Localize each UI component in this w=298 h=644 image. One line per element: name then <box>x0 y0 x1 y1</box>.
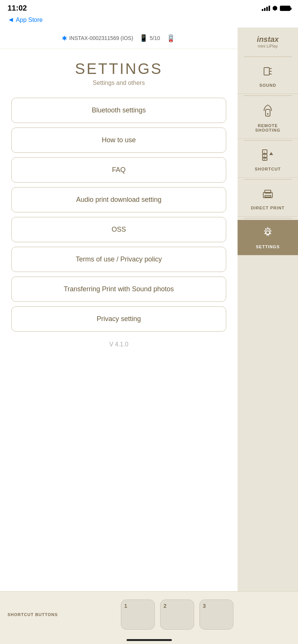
status-bar: 11:02 ⬢ <box>0 0 298 14</box>
svg-text:2: 2 <box>264 155 265 157</box>
back-label: App Store <box>16 17 43 23</box>
home-indicator <box>127 639 172 641</box>
direct-print-icon <box>261 187 275 203</box>
bottom-bar: SHORTCUT BUTTONS 1 2 3 <box>0 591 298 644</box>
menu-item-oss[interactable]: OSS <box>11 217 226 242</box>
menu-item-terms-privacy[interactable]: Terms of use / Privacy policy <box>11 247 226 272</box>
sidebar-divider-top <box>244 57 292 57</box>
status-time: 11:02 <box>8 4 27 12</box>
shortcut-button-2[interactable]: 2 <box>160 599 194 630</box>
svg-point-5 <box>267 113 269 115</box>
settings-icon <box>261 226 275 242</box>
sidebar-divider-2 <box>244 140 292 141</box>
svg-text:1: 1 <box>264 151 265 154</box>
shortcut-num-2: 2 <box>164 603 167 609</box>
shortcut-icon: 1 2 3 <box>261 148 275 164</box>
battery-level-icon: 🪫 <box>166 34 176 43</box>
film-icon: 📱 <box>139 34 148 42</box>
content-area: ✱ INSTAX-0002311569 (IOS) 📱 5/10 🪫 SETTI… <box>0 28 238 638</box>
shortcut-buttons-container: 1 2 3 <box>64 599 290 630</box>
svg-rect-0 <box>264 68 269 75</box>
film-count-value: 5/10 <box>150 35 160 41</box>
sidebar-item-sound[interactable]: SOUND <box>238 58 298 94</box>
svg-marker-12 <box>269 152 273 155</box>
sidebar-item-shortcut[interactable]: 1 2 3 SHORTCUT <box>238 142 298 178</box>
brand-instax: instax <box>257 35 279 44</box>
sidebar-label-remote: REMOTE SHOOTING <box>255 123 281 132</box>
back-chevron-icon: ◄ <box>8 16 14 24</box>
shortcut-buttons-label: SHORTCUT BUTTONS <box>8 612 58 617</box>
main-layout: ✱ INSTAX-0002311569 (IOS) 📱 5/10 🪫 SETTI… <box>0 28 298 638</box>
status-icons: ⬢ <box>262 5 290 12</box>
version-text: V 4.1.0 <box>0 335 238 354</box>
menu-item-transfer-sound[interactable]: Transferring Print with Sound photos <box>11 277 226 302</box>
sidebar-divider-4 <box>244 218 292 218</box>
sidebar-label-direct-print: DIRECT PRINT <box>251 206 285 210</box>
sound-icon <box>261 65 275 81</box>
sidebar-divider-1 <box>244 95 292 96</box>
device-info-bar: ✱ INSTAX-0002311569 (IOS) 📱 5/10 🪫 <box>0 28 238 49</box>
menu-list: Bluetooth settings How to use FAQ Audio … <box>0 94 238 335</box>
sidebar-item-remote-shooting[interactable]: REMOTE SHOOTING <box>238 97 298 139</box>
menu-item-bluetooth-settings[interactable]: Bluetooth settings <box>11 98 226 123</box>
sidebar: instax mini LiPlay SOUND <box>238 28 298 638</box>
bluetooth-indicator: ✱ INSTAX-0002311569 (IOS) <box>62 35 133 42</box>
back-navigation[interactable]: ◄ App Store <box>0 14 298 28</box>
svg-rect-4 <box>266 109 270 116</box>
shortcut-num-1: 1 <box>124 603 127 609</box>
battery-icon <box>280 6 290 11</box>
signal-bars-icon <box>262 6 270 11</box>
menu-item-privacy-setting[interactable]: Privacy setting <box>11 306 226 332</box>
sidebar-label-sound: SOUND <box>259 83 276 88</box>
brand-mini: mini <box>258 44 265 48</box>
sidebar-divider-3 <box>244 179 292 180</box>
shortcut-button-1[interactable]: 1 <box>121 599 155 630</box>
remote-shooting-icon <box>261 103 275 121</box>
page-subtitle: Settings and others <box>8 80 230 86</box>
brand-logo: instax mini LiPlay <box>253 28 283 55</box>
sidebar-label-shortcut: SHORTCUT <box>255 167 281 171</box>
page-header: SETTINGS Settings and others <box>0 49 238 94</box>
page-title: SETTINGS <box>8 60 230 77</box>
sidebar-item-settings[interactable]: SETTINGS <box>238 220 298 255</box>
sidebar-item-direct-print[interactable]: DIRECT PRINT <box>238 181 298 217</box>
film-count: 📱 5/10 <box>139 34 160 42</box>
svg-rect-15 <box>265 195 271 197</box>
bluetooth-icon: ✱ <box>62 35 67 42</box>
menu-item-faq[interactable]: FAQ <box>11 157 226 183</box>
menu-item-audio-print[interactable]: Audio print download setting <box>11 187 226 212</box>
shortcut-num-3: 3 <box>203 603 206 609</box>
device-battery: 🪫 <box>166 34 176 43</box>
sidebar-label-settings: SETTINGS <box>256 244 279 249</box>
svg-text:3: 3 <box>264 158 265 160</box>
shortcut-button-3[interactable]: 3 <box>199 599 233 630</box>
brand-liplay: LiPlay <box>267 44 278 48</box>
wifi-icon: ⬢ <box>272 5 278 12</box>
menu-item-how-to-use[interactable]: How to use <box>11 128 226 153</box>
device-name: INSTAX-0002311569 (IOS) <box>69 35 133 41</box>
